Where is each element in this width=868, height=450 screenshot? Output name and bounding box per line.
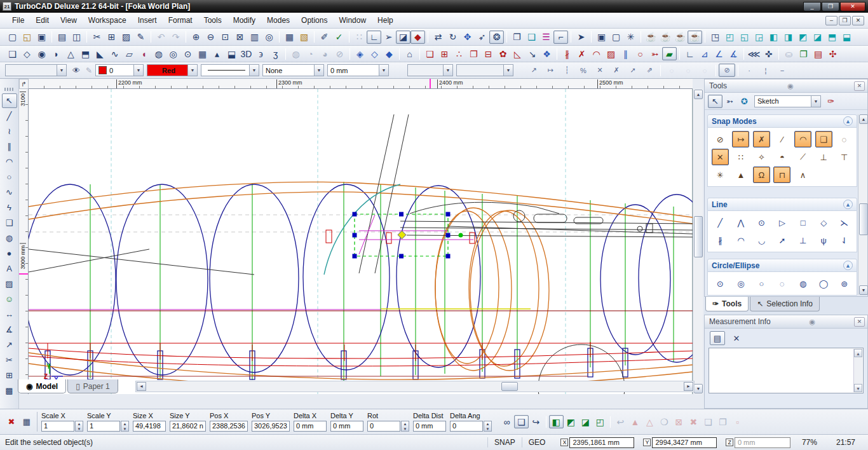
open-button[interactable]: ◱	[20, 31, 34, 44]
menu-item[interactable]: Workspace	[83, 13, 132, 27]
dot-marker[interactable]: ·	[741, 64, 757, 77]
render-hidden-line-button[interactable]: ☕	[658, 31, 673, 44]
close-icon[interactable]: ✕	[854, 317, 865, 327]
mdi-minimize-button[interactable]: –	[825, 16, 837, 25]
circle-3point-tool[interactable]: ◌	[773, 275, 790, 292]
print-region-tool[interactable]: ▤	[811, 47, 825, 60]
view-top-button[interactable]: ◱	[737, 31, 752, 44]
snap-grid-point-mode[interactable]: ∷	[732, 149, 749, 165]
sphere-3d-tool[interactable]: ●	[2, 246, 17, 261]
close-button[interactable]: ✕	[840, 2, 865, 11]
scroll-up-icon[interactable]: ▲	[854, 349, 862, 357]
wedge-tool[interactable]: ◣	[93, 47, 107, 60]
scroll-up-icon[interactable]: ▲	[694, 90, 703, 99]
array-polar-tool[interactable]: ∴	[452, 47, 466, 60]
pick-point-button[interactable]: ✐	[317, 31, 332, 44]
align-node-tool[interactable]: ✜	[761, 47, 776, 60]
render-quality-button[interactable]: ☕	[688, 31, 702, 44]
globe-workspace-button[interactable]: ✪	[737, 95, 752, 108]
multi-trim-tool[interactable]: ⋘	[747, 47, 761, 60]
snap-midpoint-mode[interactable]: ⊤	[836, 149, 853, 165]
boolean-intersect-tool[interactable]: ◆	[382, 47, 397, 60]
print-preview-button[interactable]: ◫	[69, 31, 84, 44]
pin-icon[interactable]: ◉	[785, 82, 796, 90]
field-value[interactable]: 21,8602 n	[170, 421, 206, 432]
snap-tracking-button[interactable]: ➢	[381, 31, 396, 44]
spinner[interactable]: ▲▼	[401, 421, 409, 432]
workplane-display-button[interactable]: ◪	[396, 31, 410, 44]
sketch-tool[interactable]: ϟ	[2, 200, 17, 215]
style-selector[interactable]: ▼	[5, 64, 67, 76]
scroll-thumb[interactable]	[501, 382, 518, 391]
snap-circle-mode[interactable]: ◌	[836, 131, 853, 147]
arc-modify-tool[interactable]: ◠	[589, 47, 604, 60]
snap-nearest-mode[interactable]: ∕	[773, 131, 790, 147]
hatch-modify-tool[interactable]: ▨	[604, 47, 618, 60]
walkthrough-button[interactable]: ➶	[475, 31, 489, 44]
line-multiline-tool[interactable]: ⋀	[732, 214, 749, 231]
polyline-tool[interactable]: ≀	[2, 124, 17, 139]
circle-tangent-2-tool[interactable]: ◯	[815, 275, 832, 292]
new-button[interactable]: ▢	[5, 31, 20, 44]
circle-modify-tool[interactable]: ○	[633, 47, 648, 60]
hatch-combo[interactable]: ▼	[456, 64, 513, 76]
pan-3d-button[interactable]: ✥	[460, 31, 475, 44]
trim-tool[interactable]: ✂	[2, 353, 17, 367]
section-header[interactable]: Snap Modes ▲	[707, 114, 857, 128]
zoom-out-button[interactable]: ⊖	[203, 31, 218, 44]
color-manager-button[interactable]: ☰	[539, 31, 553, 44]
menu-item[interactable]: Edit	[30, 13, 55, 27]
box-tool[interactable]: ❑	[5, 47, 20, 60]
sheet-tab[interactable]: ◉Model	[18, 379, 66, 393]
tube-tool[interactable]: ◎	[166, 47, 180, 60]
node-edit-button[interactable]: ➳	[722, 95, 737, 108]
view-iso-bottom-button[interactable]: ⬓	[839, 31, 854, 44]
drawing-canvas[interactable]: Y Z X	[29, 89, 693, 394]
measurement-list[interactable]: ▲ ▼	[709, 348, 864, 393]
view-iso-nw-button[interactable]: ◪	[810, 31, 825, 44]
render-draft-button[interactable]: ☕	[673, 31, 688, 44]
field-value[interactable]: 1	[87, 421, 120, 432]
orbit-button[interactable]: ↻	[445, 31, 460, 44]
layer-visibility-eye-icon[interactable]: 👁︎	[70, 64, 83, 77]
line-tool[interactable]: ╱	[2, 109, 17, 123]
select-by-query-button[interactable]: ❏	[514, 415, 529, 428]
swap-entity-tool[interactable]: ❐	[796, 47, 811, 60]
format-painter-button[interactable]: ✎	[133, 31, 148, 44]
measurement-palette-header[interactable]: Measurement Info ◉ ✕	[705, 315, 867, 329]
collapse-icon[interactable]: ▲	[843, 200, 853, 209]
stretch-node-snap[interactable]: ➚	[625, 64, 641, 77]
close-icon[interactable]: ✕	[854, 81, 865, 91]
zoom-in-button[interactable]: ⊕	[189, 31, 203, 44]
line-rectangle-tool[interactable]: □	[794, 214, 811, 231]
zoom-extents-button[interactable]: ⊠	[233, 31, 247, 44]
paste-button[interactable]: ▨	[119, 31, 133, 44]
lighting-button[interactable]: ❂	[489, 31, 504, 44]
section-header[interactable]: Line ▲	[707, 198, 857, 211]
spinner[interactable]: ▲▼	[121, 421, 129, 432]
mode-combo[interactable]: Sketch▼	[754, 95, 821, 107]
dash-marker[interactable]: −	[774, 64, 790, 77]
vertical-node-snap[interactable]: ┆	[559, 64, 575, 77]
fillet-radius-tool[interactable]: ∠	[712, 47, 726, 60]
field-value[interactable]: 49,4198	[133, 421, 166, 432]
snap-vertex-mode[interactable]: ✗	[753, 131, 770, 147]
explode-button[interactable]: ✳	[623, 31, 638, 44]
blocks-palette-button[interactable]: ▧	[297, 31, 311, 44]
geo-toggle[interactable]: GEO	[522, 437, 552, 447]
line-perpendicular-tool[interactable]: ⋋	[836, 214, 853, 231]
minimize-button[interactable]: _	[803, 2, 821, 11]
menu-item[interactable]: Insert	[132, 13, 163, 27]
field-value[interactable]: 0 mm	[413, 421, 446, 432]
line-tangent-arc-tool[interactable]: ◠	[732, 232, 749, 249]
snap-cone-mode[interactable]: ▲	[732, 167, 749, 183]
tools-palette-header[interactable]: Tools ◉ ✕	[705, 79, 867, 93]
menu-item[interactable]: Modify	[227, 13, 261, 27]
slab-tool[interactable]: ▱	[122, 47, 137, 60]
dimension-tool[interactable]: ↔	[2, 307, 17, 322]
compass-toggle[interactable]: ⊘	[719, 64, 735, 77]
circle-tool[interactable]: ○	[2, 170, 17, 184]
snap-frame-mode[interactable]: ⊓	[773, 167, 790, 183]
z-coordinate-field[interactable]: 0 mm	[735, 437, 790, 448]
view-iso-se-button[interactable]: ◳	[708, 31, 722, 44]
